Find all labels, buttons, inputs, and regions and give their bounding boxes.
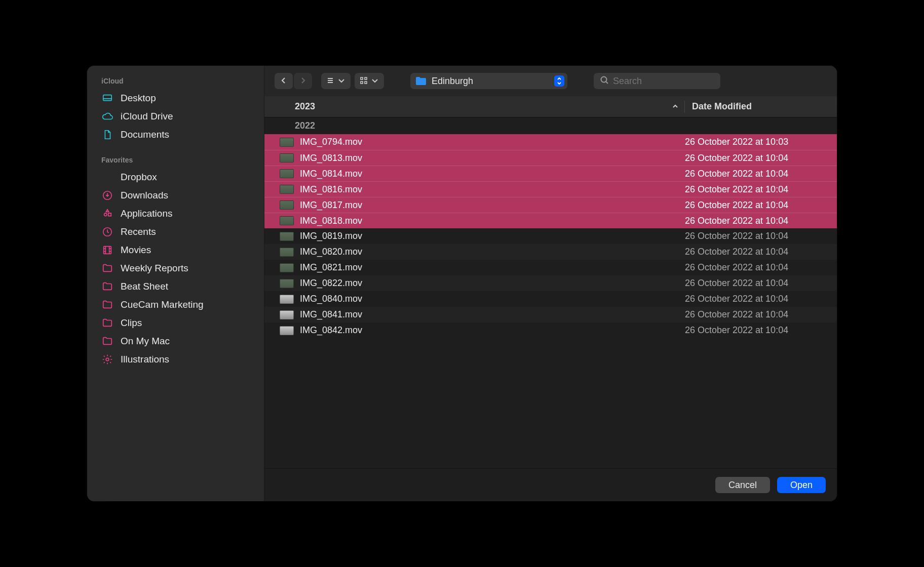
sidebar-item-recents[interactable]: Recents — [87, 223, 264, 241]
file-row[interactable]: IMG_0816.mov26 October 2022 at 10:04 — [264, 181, 837, 197]
sidebar-item-label: Dropbox — [121, 172, 157, 183]
search-field[interactable] — [594, 73, 720, 89]
back-button[interactable] — [275, 73, 293, 89]
sidebar-item-desktop[interactable]: Desktop — [87, 89, 264, 107]
sidebar-item-label: Applications — [121, 208, 172, 219]
apps-icon — [101, 208, 113, 220]
file-name: IMG_0841.mov — [294, 309, 685, 320]
sidebar-item-icloud-drive[interactable]: iCloud Drive — [87, 107, 264, 126]
sidebar-item-label: Recents — [121, 226, 156, 237]
toolbar: Edinburgh — [264, 66, 837, 96]
file-name: IMG_0816.mov — [294, 184, 685, 195]
file-date: 26 October 2022 at 10:04 — [685, 309, 837, 320]
file-row[interactable]: IMG_0814.mov26 October 2022 at 10:04 — [264, 166, 837, 181]
forward-button[interactable] — [294, 73, 312, 89]
file-date: 26 October 2022 at 10:04 — [685, 294, 837, 304]
desktop-icon — [101, 92, 113, 104]
video-thumbnail-icon — [280, 248, 294, 257]
file-row[interactable]: IMG_0821.mov26 October 2022 at 10:04 — [264, 260, 837, 275]
sidebar-item-illustrations[interactable]: Illustrations — [87, 350, 264, 369]
folder-name: Edinburgh — [432, 76, 549, 87]
nav-buttons — [275, 73, 312, 89]
download-icon — [101, 189, 113, 201]
clock-icon — [101, 226, 113, 238]
chevron-up-icon — [672, 101, 678, 112]
dropbox-icon — [101, 171, 113, 183]
video-thumbnail-icon — [280, 326, 294, 335]
folder-icon — [101, 335, 113, 347]
file-name: IMG_0840.mov — [294, 294, 685, 304]
video-thumbnail-icon — [280, 232, 294, 241]
video-thumbnail-icon — [280, 216, 294, 225]
sidebar-item-label: Movies — [121, 245, 151, 256]
file-date: 26 October 2022 at 10:04 — [685, 278, 837, 289]
sidebar-item-on-my-mac[interactable]: On My Mac — [87, 332, 264, 350]
chevron-left-icon — [280, 76, 288, 86]
search-input[interactable] — [613, 76, 714, 87]
file-row[interactable]: IMG_0842.mov26 October 2022 at 10:04 — [264, 322, 837, 338]
file-row[interactable]: IMG_0817.mov26 October 2022 at 10:04 — [264, 197, 837, 213]
folder-icon — [101, 299, 113, 311]
film-icon — [101, 244, 113, 256]
file-list[interactable]: 2022 IMG_0794.mov26 October 2022 at 10:0… — [264, 117, 837, 468]
video-thumbnail-icon — [280, 138, 294, 147]
cloud-icon — [101, 110, 113, 123]
cancel-button[interactable]: Cancel — [715, 477, 770, 493]
group-view-button[interactable] — [355, 73, 384, 89]
document-icon — [101, 129, 113, 141]
file-name: IMG_0822.mov — [294, 278, 685, 289]
svg-rect-4 — [104, 247, 111, 254]
file-row[interactable]: IMG_0818.mov26 October 2022 at 10:04 — [264, 213, 837, 228]
sidebar-item-movies[interactable]: Movies — [87, 241, 264, 259]
file-row[interactable]: IMG_0841.mov26 October 2022 at 10:04 — [264, 307, 837, 322]
popup-chevrons-icon — [554, 75, 564, 87]
sidebar-item-downloads[interactable]: Downloads — [87, 186, 264, 205]
sort-indicator[interactable] — [666, 101, 684, 112]
file-date: 26 October 2022 at 10:04 — [685, 169, 837, 179]
sidebar-item-dropbox[interactable]: Dropbox — [87, 168, 264, 186]
group-header-label: 2022 — [295, 120, 315, 131]
column-name[interactable]: 2023 — [295, 101, 666, 112]
folder-popup[interactable]: Edinburgh — [410, 73, 567, 89]
open-dialog: iCloudDesktopiCloud DriveDocumentsFavori… — [87, 66, 837, 501]
svg-rect-0 — [103, 95, 112, 101]
video-thumbnail-icon — [280, 153, 294, 163]
column-name-label: 2023 — [295, 101, 315, 111]
file-date: 26 October 2022 at 10:04 — [685, 200, 837, 211]
file-row[interactable]: IMG_0813.mov26 October 2022 at 10:04 — [264, 150, 837, 166]
file-row[interactable]: IMG_0822.mov26 October 2022 at 10:04 — [264, 275, 837, 291]
file-name: IMG_0817.mov — [294, 200, 685, 211]
video-thumbnail-icon — [280, 279, 294, 288]
video-thumbnail-icon — [280, 185, 294, 194]
sidebar-item-documents[interactable]: Documents — [87, 126, 264, 144]
file-row[interactable]: IMG_0819.mov26 October 2022 at 10:04 — [264, 228, 837, 244]
file-row[interactable]: IMG_0840.mov26 October 2022 at 10:04 — [264, 291, 837, 307]
sidebar-item-label: CueCam Marketing — [121, 299, 204, 310]
sidebar-item-clips[interactable]: Clips — [87, 314, 264, 332]
sidebar-item-label: Weekly Reports — [121, 263, 188, 274]
column-header: 2023 Date Modified — [264, 96, 837, 117]
file-name: IMG_0820.mov — [294, 247, 685, 257]
column-date[interactable]: Date Modified — [685, 101, 837, 112]
sidebar-heading: iCloud — [87, 77, 264, 89]
file-date: 26 October 2022 at 10:03 — [685, 137, 837, 147]
svg-rect-15 — [361, 77, 363, 79]
open-button[interactable]: Open — [777, 477, 826, 493]
folder-icon — [101, 262, 113, 274]
file-row[interactable]: IMG_0794.mov26 October 2022 at 10:03 — [264, 134, 837, 150]
grid-icon — [360, 76, 368, 86]
video-thumbnail-icon — [280, 295, 294, 304]
video-thumbnail-icon — [280, 263, 294, 272]
video-thumbnail-icon — [280, 169, 294, 178]
svg-rect-18 — [365, 82, 367, 84]
list-view-button[interactable] — [321, 73, 351, 89]
file-row[interactable]: IMG_0820.mov26 October 2022 at 10:04 — [264, 244, 837, 260]
sidebar-item-cuecam-marketing[interactable]: CueCam Marketing — [87, 296, 264, 314]
folder-icon — [101, 317, 113, 329]
sidebar-item-weekly-reports[interactable]: Weekly Reports — [87, 259, 264, 277]
file-name: IMG_0814.mov — [294, 169, 685, 179]
sidebar-item-applications[interactable]: Applications — [87, 205, 264, 223]
sidebar-item-beat-sheet[interactable]: Beat Sheet — [87, 277, 264, 296]
search-icon — [600, 75, 609, 87]
chevron-down-icon — [337, 76, 345, 86]
